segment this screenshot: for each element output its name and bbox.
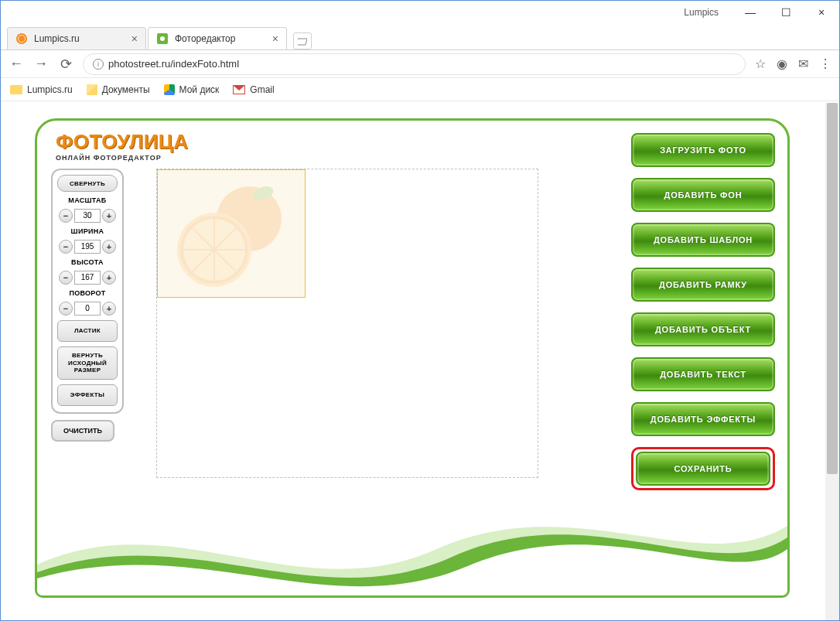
wave-decoration: [37, 495, 787, 595]
page-viewport: ФОТОУЛИЦА ОНЛАЙН ФОТОРЕДАКТОР СВЕРНУТЬ М…: [1, 103, 825, 620]
height-label: ВЫСОТА: [71, 258, 104, 266]
add-text-button[interactable]: ДОБАВИТЬ ТЕКСТ: [631, 357, 775, 391]
transform-panel: СВЕРНУТЬ МАСШТАБ − 30 + ШИРИНА − 195 + В…: [51, 169, 124, 414]
width-label: ШИРИНА: [71, 227, 104, 235]
gmail-icon: [233, 85, 245, 94]
right-panel: ЗАГРУЗИТЬ ФОТО ДОБАВИТЬ ФОН ДОБАВИТЬ ШАБ…: [631, 133, 775, 490]
title-bar: Lumpics — ☐ ×: [1, 1, 839, 24]
width-stepper: − 195 +: [59, 240, 116, 254]
save-highlight: СОХРАНИТЬ: [631, 447, 775, 490]
rotate-label: ПОВОРОТ: [69, 289, 105, 297]
clear-button[interactable]: ОЧИСТИТЬ: [51, 420, 114, 442]
scale-minus-button[interactable]: −: [59, 209, 73, 223]
add-effects-button[interactable]: ДОБАВИТЬ ЭФФЕКТЫ: [631, 402, 775, 436]
window-title: Lumpics: [684, 7, 719, 18]
extension-icon[interactable]: ◉: [777, 56, 787, 71]
height-plus-button[interactable]: +: [102, 271, 116, 285]
new-tab-button[interactable]: [293, 32, 312, 49]
add-background-button[interactable]: ДОБАВИТЬ ФОН: [631, 178, 775, 212]
tab-photoeditor[interactable]: Фоторедактор ×: [148, 27, 287, 49]
tab-close-icon[interactable]: ×: [131, 32, 138, 45]
back-button[interactable]: ←: [9, 56, 24, 72]
mail-icon[interactable]: ✉: [798, 56, 808, 71]
bookmark-bar: Lumpics.ru Документы Мой диск Gmail: [1, 78, 839, 101]
drive-icon: [164, 84, 175, 95]
height-stepper: − 167 +: [59, 271, 116, 285]
reload-button[interactable]: ⟳: [58, 56, 73, 72]
width-plus-button[interactable]: +: [102, 240, 116, 254]
toolbar-right: ☆ ◉ ✉ ⋮: [755, 56, 831, 71]
height-value[interactable]: 167: [74, 271, 101, 285]
rotate-minus-button[interactable]: −: [59, 302, 73, 316]
maximize-button[interactable]: ☐: [768, 1, 804, 24]
scale-value[interactable]: 30: [74, 209, 101, 223]
os-window: Lumpics — ☐ × Lumpics.ru × Фоторедактор …: [0, 0, 840, 621]
bookmark-star-icon[interactable]: ☆: [755, 56, 766, 71]
bookmark-documents[interactable]: Документы: [87, 84, 150, 95]
add-object-button[interactable]: ДОБАВИТЬ ОБЪЕКТ: [631, 312, 775, 346]
reset-size-button[interactable]: ВЕРНУТЬ ИСХОДНЫЙ РАЗМЕР: [57, 346, 118, 380]
bookmark-lumpics[interactable]: Lumpics.ru: [10, 84, 73, 95]
scale-stepper: − 30 +: [59, 209, 116, 223]
minimize-button[interactable]: —: [732, 1, 768, 24]
window-controls: — ☐ ×: [732, 1, 839, 24]
width-minus-button[interactable]: −: [59, 240, 73, 254]
brand-title: ФОТОУЛИЦА: [56, 130, 189, 154]
left-panel: СВЕРНУТЬ МАСШТАБ − 30 + ШИРИНА − 195 + В…: [51, 169, 124, 442]
add-frame-button[interactable]: ДОБАВИТЬ РАМКУ: [631, 268, 775, 302]
save-button[interactable]: СОХРАНИТЬ: [636, 452, 770, 486]
orange-image: [172, 176, 288, 292]
add-template-button[interactable]: ДОБАВИТЬ ШАБЛОН: [631, 223, 775, 257]
upload-photo-button[interactable]: ЗАГРУЗИТЬ ФОТО: [631, 133, 775, 167]
bookmark-gmail[interactable]: Gmail: [233, 84, 274, 95]
app-container: ФОТОУЛИЦА ОНЛАЙН ФОТОРЕДАКТОР СВЕРНУТЬ М…: [35, 118, 790, 598]
tab-label: Фоторедактор: [175, 33, 235, 44]
effects-button[interactable]: ЭФФЕКТЫ: [57, 384, 118, 406]
tab-label: Lumpics.ru: [34, 33, 80, 44]
width-value[interactable]: 195: [74, 240, 101, 254]
brand-subtitle: ОНЛАЙН ФОТОРЕДАКТОР: [56, 154, 189, 162]
site-info-icon[interactable]: i: [93, 59, 104, 70]
eraser-button[interactable]: ЛАСТИК: [57, 320, 118, 342]
scale-plus-button[interactable]: +: [102, 209, 116, 223]
scrollbar-thumb[interactable]: [827, 103, 838, 474]
scale-label: МАСШТАБ: [68, 196, 106, 204]
url-field[interactable]: i photostreet.ru/indexFoto.html: [83, 53, 746, 75]
forward-button[interactable]: →: [33, 56, 49, 72]
close-button[interactable]: ×: [804, 1, 839, 24]
app-header: ФОТОУЛИЦА ОНЛАЙН ФОТОРЕДАКТОР: [56, 130, 189, 162]
menu-icon[interactable]: ⋮: [819, 56, 831, 71]
favicon-orange-icon: [15, 32, 28, 45]
tab-close-icon[interactable]: ×: [272, 32, 278, 45]
collapse-button[interactable]: СВЕРНУТЬ: [57, 175, 118, 192]
selected-photo[interactable]: [157, 169, 306, 298]
url-text: photostreet.ru/indexFoto.html: [108, 58, 239, 70]
tab-strip: Lumpics.ru × Фоторедактор ×: [1, 24, 839, 50]
scrollbar-vertical[interactable]: [825, 103, 839, 620]
favicon-green-icon: [156, 32, 169, 45]
height-minus-button[interactable]: −: [59, 271, 73, 285]
tab-lumpics[interactable]: Lumpics.ru ×: [7, 27, 146, 49]
rotate-stepper: − 0 +: [59, 302, 116, 316]
rotate-plus-button[interactable]: +: [102, 302, 116, 316]
bookmark-drive[interactable]: Мой диск: [164, 84, 220, 95]
address-bar: ← → ⟳ i photostreet.ru/indexFoto.html ☆ …: [1, 50, 839, 78]
rotate-value[interactable]: 0: [74, 302, 101, 316]
doc-icon: [87, 84, 97, 95]
svg-point-3: [160, 36, 165, 41]
folder-icon: [10, 85, 22, 94]
canvas-area[interactable]: [156, 169, 538, 478]
